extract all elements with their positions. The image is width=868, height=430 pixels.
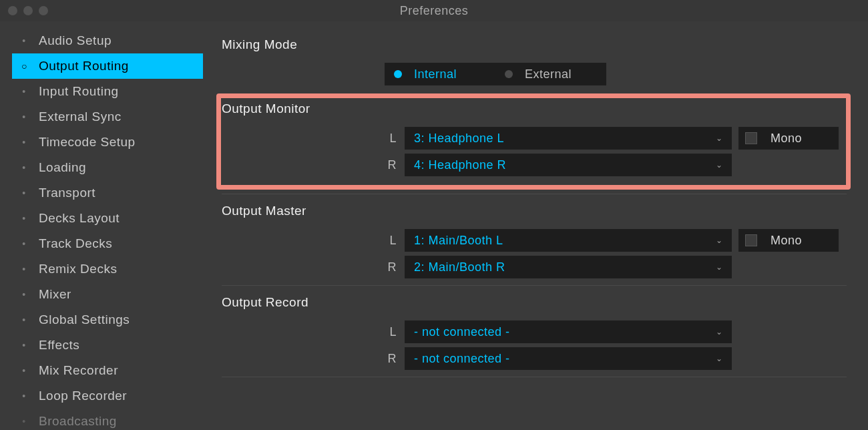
sidebar-item-transport[interactable]: • Transport	[12, 180, 203, 206]
chevron-down-icon: ⌄	[716, 327, 723, 337]
sidebar-item-label: Track Decks	[39, 236, 112, 251]
output-master-right-dropdown[interactable]: 2: Main/Booth R ⌄	[405, 256, 732, 278]
zoom-icon[interactable]	[39, 6, 48, 15]
output-monitor-left-dropdown[interactable]: 3: Headphone L ⌄	[405, 127, 732, 150]
channel-label-right: R	[374, 260, 405, 274]
divider	[222, 285, 847, 286]
dropdown-value: 3: Headphone L	[414, 132, 504, 146]
bullet-icon: •	[21, 86, 27, 97]
output-record-left-row: L - not connected - ⌄	[374, 320, 847, 343]
output-monitor-mono-toggle[interactable]: Mono	[738, 127, 839, 150]
sidebar-item-label: Broadcasting	[39, 414, 117, 429]
dropdown-value: - not connected -	[414, 352, 510, 366]
output-record-title: Output Record	[222, 295, 847, 310]
sidebar-item-mixer[interactable]: • Mixer	[12, 282, 203, 307]
output-master-title: Output Master	[222, 204, 847, 218]
channel-label-left: L	[374, 132, 405, 146]
window-title: Preferences	[400, 4, 469, 17]
radio-selected-icon	[394, 70, 402, 78]
output-master-right-row: R 2: Main/Booth R ⌄	[374, 256, 847, 278]
bullet-icon: •	[21, 391, 27, 401]
sidebar-item-decks-layout[interactable]: • Decks Layout	[12, 206, 203, 231]
dropdown-value: 1: Main/Booth L	[414, 234, 503, 248]
chevron-down-icon: ⌄	[716, 262, 723, 272]
sidebar-item-mix-recorder[interactable]: • Mix Recorder	[12, 358, 203, 383]
bullet-icon: •	[21, 314, 27, 325]
bullet-icon: •	[21, 213, 27, 224]
sidebar-item-label: Global Settings	[39, 312, 130, 327]
dropdown-value: 4: Headphone R	[414, 158, 506, 172]
mixing-mode-external[interactable]: External	[495, 63, 606, 85]
sidebar-item-input-routing[interactable]: • Input Routing	[12, 79, 203, 104]
output-record-left-dropdown[interactable]: - not connected - ⌄	[405, 320, 732, 343]
channel-label-right: R	[374, 352, 405, 366]
mono-label: Mono	[771, 234, 802, 248]
bullet-icon: •	[21, 188, 27, 198]
output-master-left-dropdown[interactable]: 1: Main/Booth L ⌄	[405, 229, 732, 252]
sidebar-item-audio-setup[interactable]: • Audio Setup	[12, 28, 203, 53]
mixing-mode-segment: Internal External	[385, 63, 847, 85]
sidebar-item-loading[interactable]: • Loading	[12, 155, 203, 180]
output-monitor-left-row: L 3: Headphone L ⌄ Mono	[374, 127, 847, 150]
bullet-icon: •	[21, 264, 27, 274]
content-panel: Mixing Mode Internal External Output Mon…	[203, 28, 868, 430]
chevron-down-icon: ⌄	[716, 236, 723, 245]
chevron-down-icon: ⌄	[716, 134, 723, 143]
section-mixing-mode: Mixing Mode Internal External	[222, 37, 847, 85]
output-monitor-right-row: R 4: Headphone R ⌄	[374, 154, 847, 176]
window-controls[interactable]	[8, 0, 48, 21]
output-monitor-title: Output Monitor	[222, 101, 847, 116]
bullet-icon: ○	[21, 61, 27, 71]
mixing-mode-internal[interactable]: Internal	[385, 63, 495, 85]
sidebar-item-loop-recorder[interactable]: • Loop Recorder	[12, 383, 203, 409]
bullet-icon: •	[21, 112, 27, 122]
output-monitor-right-dropdown[interactable]: 4: Headphone R ⌄	[405, 154, 732, 176]
sidebar-item-label: Remix Decks	[39, 262, 117, 276]
sidebar-item-label: Decks Layout	[39, 211, 120, 226]
sidebar-item-label: Transport	[39, 186, 95, 200]
sidebar-item-global-settings[interactable]: • Global Settings	[12, 307, 203, 333]
main-area: • Audio Setup ○ Output Routing • Input R…	[0, 21, 868, 430]
channel-label-right: R	[374, 158, 405, 172]
segment-label: Internal	[414, 67, 457, 81]
section-output-master: Output Master L 1: Main/Booth L ⌄ Mono R…	[222, 204, 847, 278]
mixing-mode-title: Mixing Mode	[222, 37, 847, 52]
sidebar-item-label: Loading	[39, 160, 86, 175]
output-record-right-dropdown[interactable]: - not connected - ⌄	[405, 347, 732, 370]
sidebar-item-label: Input Routing	[39, 84, 119, 99]
sidebar-item-effects[interactable]: • Effects	[12, 333, 203, 358]
sidebar-item-remix-decks[interactable]: • Remix Decks	[12, 256, 203, 282]
dropdown-value: 2: Main/Booth R	[414, 260, 505, 274]
sidebar-item-external-sync[interactable]: • External Sync	[12, 104, 203, 130]
bullet-icon: •	[21, 416, 27, 427]
chevron-down-icon: ⌄	[716, 160, 723, 170]
close-icon[interactable]	[8, 6, 17, 15]
bullet-icon: •	[21, 137, 27, 148]
sidebar-item-label: Timecode Setup	[39, 135, 136, 150]
sidebar-item-output-routing[interactable]: ○ Output Routing	[12, 53, 203, 79]
output-master-mono-toggle[interactable]: Mono	[738, 229, 839, 252]
section-output-record: Output Record L - not connected - ⌄ R - …	[222, 295, 847, 370]
bullet-icon: •	[21, 162, 27, 173]
sidebar-item-label: Audio Setup	[39, 33, 112, 48]
dropdown-value: - not connected -	[414, 325, 510, 339]
bullet-icon: •	[21, 238, 27, 249]
bullet-icon: •	[21, 365, 27, 376]
minimize-icon[interactable]	[23, 6, 33, 15]
channel-label-left: L	[374, 325, 405, 339]
section-output-monitor: Output Monitor L 3: Headphone L ⌄ Mono R…	[222, 101, 847, 187]
sidebar-item-label: Loop Recorder	[39, 389, 127, 403]
sidebar-item-label: External Sync	[39, 110, 122, 124]
sidebar-item-label: Mix Recorder	[39, 363, 118, 378]
bullet-icon: •	[21, 340, 27, 351]
sidebar-item-broadcasting[interactable]: • Broadcasting	[12, 409, 203, 430]
channel-label-left: L	[374, 234, 405, 248]
bullet-icon: •	[21, 289, 27, 300]
output-record-right-row: R - not connected - ⌄	[374, 347, 847, 370]
output-master-left-row: L 1: Main/Booth L ⌄ Mono	[374, 229, 847, 252]
checkbox-icon	[745, 132, 757, 144]
sidebar-item-timecode-setup[interactable]: • Timecode Setup	[12, 130, 203, 155]
sidebar-item-track-decks[interactable]: • Track Decks	[12, 231, 203, 256]
segment-label: External	[525, 67, 572, 81]
divider	[222, 377, 847, 377]
